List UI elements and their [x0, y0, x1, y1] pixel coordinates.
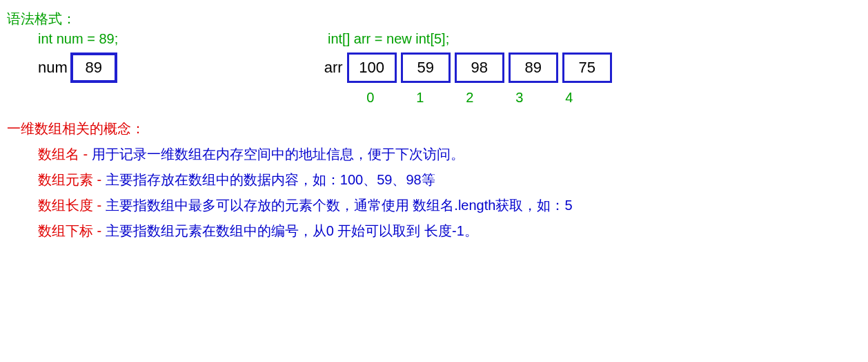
def-term: 数组名	[38, 146, 79, 162]
num-diagram: num 89	[38, 53, 117, 83]
arr-cell: 100	[347, 53, 397, 83]
arr-index: 0	[348, 90, 393, 106]
arr-cells: 100 59 98 89 75	[347, 53, 616, 83]
def-desc: 主要指数组中最多可以存放的元素个数，通常使用 数组名.length获取，如：5	[106, 198, 573, 213]
def-term: 数组元素	[38, 172, 93, 187]
def-desc: 用于记录一维数组在内存空间中的地址信息，便于下次访问。	[92, 146, 464, 162]
arr-cell: 98	[455, 53, 504, 83]
arr-label: arr	[324, 59, 343, 77]
def-array-name: 数组名 - 用于记录一维数组在内存空间中的地址信息，便于下次访问。	[7, 145, 861, 164]
def-sep: -	[93, 198, 106, 213]
code-array-declaration: int[] arr = new int[5];	[328, 31, 449, 47]
syntax-header: 语法格式：	[7, 10, 861, 28]
def-desc: 主要指数组元素在数组中的编号，从0 开始可以取到 长度-1。	[106, 223, 478, 238]
def-desc: 主要指存放在数组中的数据内容，如：100、59、98等	[106, 172, 435, 187]
arr-index: 4	[546, 90, 592, 106]
def-term: 数组下标	[38, 223, 93, 238]
arr-cell: 89	[509, 53, 558, 83]
arr-cell: 75	[562, 53, 612, 83]
arr-index: 3	[497, 90, 542, 106]
arr-cell: 59	[401, 53, 451, 83]
arr-diagram: arr 100 59 98 89 75 0 1 2 3 4	[324, 53, 616, 106]
code-row: int num = 89; int[] arr = new int[5];	[7, 31, 861, 47]
code-int-declaration: int num = 89;	[38, 31, 328, 47]
def-sep: -	[79, 146, 92, 162]
diagram-row: num 89 arr 100 59 98 89 75 0 1 2 3 4	[7, 53, 861, 106]
def-sep: -	[93, 172, 106, 187]
def-array-element: 数组元素 - 主要指存放在数组中的数据内容，如：100、59、98等	[7, 171, 861, 189]
concept-header: 一维数组相关的概念：	[7, 120, 861, 138]
num-label: num	[38, 59, 68, 77]
def-array-index: 数组下标 - 主要指数组元素在数组中的编号，从0 开始可以取到 长度-1。	[7, 222, 861, 240]
arr-indices: 0 1 2 3 4	[348, 90, 616, 106]
def-term: 数组长度	[38, 198, 93, 213]
arr-index: 2	[447, 90, 493, 106]
def-array-length: 数组长度 - 主要指数组中最多可以存放的元素个数，通常使用 数组名.length…	[7, 196, 861, 215]
def-sep: -	[93, 223, 106, 238]
num-box: 89	[70, 53, 117, 83]
arr-index: 1	[397, 90, 443, 106]
